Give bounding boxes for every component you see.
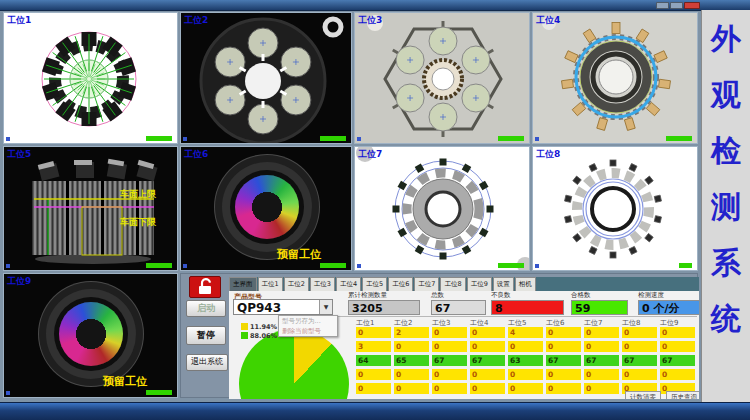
main-tab-content: 产品型号 QP943 ▼ 型号另存为...删除当前型号 11.94%88.06%…	[229, 291, 699, 399]
panel-label: 工位5	[7, 148, 31, 161]
progress-bar	[146, 136, 172, 141]
menu-item[interactable]: 型号另存为...	[279, 316, 337, 326]
table-cell: 67	[584, 355, 619, 366]
control-panel: 启动 暂停 退出系统 主界面工位1工位2工位3工位4工位5工位6工位7工位8工位…	[180, 273, 698, 398]
table-cell: 0	[470, 369, 505, 380]
start-button[interactable]: 启动	[186, 300, 226, 317]
table-cell: 0	[660, 369, 695, 380]
camera-view-station3: 工位3	[354, 12, 530, 144]
app-title-char-6: 统	[711, 304, 741, 334]
footer-button-2[interactable]: 历史查询	[666, 391, 699, 399]
table-cell: 64	[356, 355, 391, 366]
corner-mark	[6, 137, 10, 141]
maximize-button[interactable]	[670, 2, 683, 9]
tab-工位4[interactable]: 工位4	[336, 277, 361, 291]
open-lock-icon	[190, 277, 220, 297]
corner-mark	[535, 264, 539, 268]
reserved-station-label: 预留工位	[277, 247, 321, 262]
table-cell: 0	[394, 369, 429, 380]
table-cell: 0	[584, 341, 619, 352]
app-title-sidebar: 外观检测系统	[701, 10, 750, 402]
tab-主界面[interactable]: 主界面	[229, 277, 257, 291]
panel-label: 工位8	[536, 148, 560, 161]
tab-工位6[interactable]: 工位6	[388, 277, 413, 291]
window-titlebar	[0, 0, 750, 11]
table-cell: 0	[546, 369, 581, 380]
table-cell: 4	[508, 327, 543, 338]
progress-bar	[498, 136, 524, 141]
progress-bar	[498, 263, 524, 268]
camera-view-station6: 工位6 预留工位	[180, 146, 352, 271]
panel-label: 工位4	[536, 14, 560, 27]
table-cell: 0	[356, 369, 391, 380]
inspection-image-side-profile: 车面上限 车面下限	[4, 147, 177, 270]
table-cell: 0	[546, 327, 581, 338]
table-cell: 67	[546, 355, 581, 366]
inspection-image-commutator-top	[533, 13, 697, 143]
tab-工位5[interactable]: 工位5	[362, 277, 387, 291]
app-title-char-1: 外	[711, 24, 741, 54]
tab-工位9[interactable]: 工位9	[467, 277, 492, 291]
panel-label: 工位2	[184, 14, 208, 27]
legend-row: 11.94%	[241, 322, 277, 331]
table-cell: 0	[394, 383, 429, 394]
legend-label: 11.94%	[250, 323, 277, 331]
camera-view-station2: 工位2	[180, 12, 352, 144]
corner-mark	[535, 137, 539, 141]
table-cell: 0	[432, 383, 467, 394]
tab-strip: 主界面工位1工位2工位3工位4工位5工位6工位7工位8工位9设置相机	[229, 277, 699, 291]
camera-view-station4: 工位4	[532, 12, 698, 144]
inspection-image-hex-fixture	[355, 13, 529, 143]
menu-item[interactable]: 删除当前型号	[279, 326, 337, 336]
control-left-bar: 启动 暂停 退出系统	[181, 274, 229, 399]
table-cell: 0	[356, 327, 391, 338]
panel-label: 工位1	[7, 14, 31, 27]
table-cell: 2	[394, 327, 429, 338]
corner-mark	[6, 264, 10, 268]
tab-工位2[interactable]: 工位2	[284, 277, 309, 291]
table-cell: 0	[584, 383, 619, 394]
table-cell: 0	[584, 327, 619, 338]
panel-label: 工位7	[358, 148, 382, 161]
corner-mark	[183, 264, 187, 268]
exit-system-button[interactable]: 退出系统	[186, 354, 228, 371]
minimize-button[interactable]	[656, 2, 669, 9]
app-title-char-2: 观	[711, 80, 741, 110]
table-cell: 0	[660, 341, 695, 352]
inspection-image-gear-light	[533, 147, 697, 270]
tab-设置[interactable]: 设置	[493, 277, 514, 291]
upper-limit-label: 车面上限	[119, 188, 157, 199]
progress-bar	[320, 136, 346, 141]
table-cell: 0	[394, 341, 429, 352]
footer-button-1[interactable]: 计数清零	[625, 391, 661, 399]
corner-mark	[357, 264, 361, 268]
unlock-button[interactable]	[189, 276, 221, 298]
legend-row: 88.06%	[241, 331, 277, 340]
tab-工位1[interactable]: 工位1	[258, 277, 283, 291]
table-cell: 0	[470, 341, 505, 352]
table-cell: 0	[470, 383, 505, 394]
progress-bar	[666, 136, 692, 141]
legend-swatch	[241, 323, 248, 330]
lower-limit-label: 车面下限	[119, 216, 157, 227]
table-cell: 0	[622, 327, 657, 338]
tab-工位8[interactable]: 工位8	[440, 277, 465, 291]
tab-相机[interactable]: 相机	[515, 277, 536, 291]
table-cell: 0	[546, 341, 581, 352]
table-cell: 67	[660, 355, 695, 366]
close-button[interactable]	[684, 2, 700, 9]
table-cell: 67	[432, 355, 467, 366]
table-cell: 0	[432, 327, 467, 338]
table-cell: 67	[622, 355, 657, 366]
pause-button[interactable]: 暂停	[186, 326, 226, 345]
table-cell: 63	[508, 355, 543, 366]
panel-label: 工位6	[184, 148, 208, 161]
progress-bar	[679, 263, 692, 268]
table-cell: 0	[356, 383, 391, 394]
tab-工位7[interactable]: 工位7	[414, 277, 439, 291]
pie-legend: 11.94%88.06%	[241, 322, 277, 340]
tab-工位3[interactable]: 工位3	[310, 277, 335, 291]
app-title-char-4: 测	[711, 192, 741, 222]
progress-bar	[146, 263, 172, 268]
table-cell: 3	[356, 341, 391, 352]
